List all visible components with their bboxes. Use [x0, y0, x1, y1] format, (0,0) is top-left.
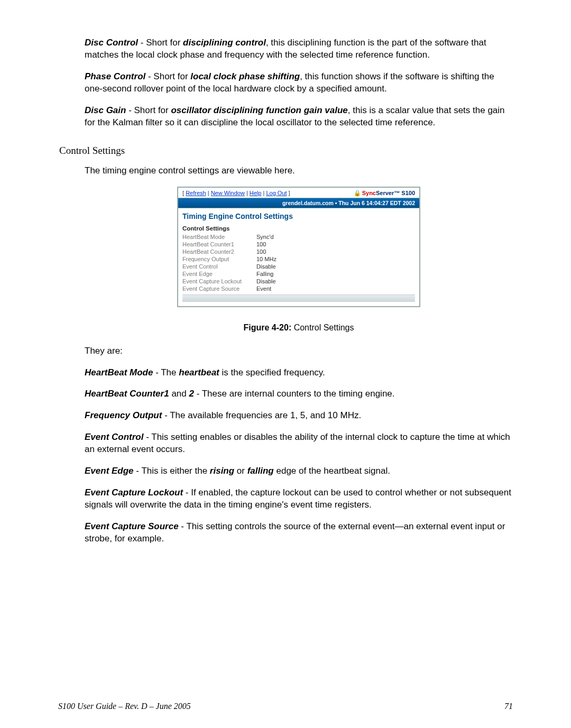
- term-disc-control: Disc Control: [85, 38, 138, 48]
- term-frequency-output: Frequency Output: [85, 410, 162, 420]
- link-logout[interactable]: Log Out: [266, 190, 287, 196]
- figure-text: Control Settings: [291, 323, 354, 332]
- term-heartbeat-counter2: 2: [189, 389, 194, 399]
- table-row: HeartBeat ModeSync'd: [182, 233, 415, 241]
- row-label: Event Control: [182, 263, 256, 270]
- table-row: Event Capture SourceEvent: [182, 285, 415, 292]
- term-heartbeat-counter1: HeartBeat Counter1: [85, 389, 169, 399]
- sep: |: [245, 190, 250, 196]
- text: is the specified frequency.: [219, 367, 325, 377]
- link-new-window[interactable]: New Window: [211, 190, 245, 196]
- text: and: [169, 389, 189, 399]
- footer-left: S100 User Guide – Rev. D – June 2005: [58, 702, 191, 711]
- term-event-control: Event Control: [85, 432, 143, 442]
- term-heartbeat-mode: HeartBeat Mode: [85, 367, 153, 377]
- row-label: HeartBeat Counter1: [182, 241, 256, 247]
- text: - This is either the: [134, 466, 210, 476]
- row-label: Event Capture Source: [182, 285, 256, 292]
- panel-footer-bar: [182, 294, 415, 302]
- row-label: Frequency Output: [182, 256, 256, 262]
- text: or: [234, 466, 247, 476]
- text: - Short for: [126, 105, 171, 115]
- para-heartbeat-counter: HeartBeat Counter1 and 2 - These are int…: [85, 388, 513, 400]
- footer-page-number: 71: [504, 702, 513, 711]
- brand-tm: ™ S100: [394, 190, 415, 196]
- term-local-clock-phase-shifting: local clock phase shifting: [190, 71, 300, 81]
- figure-screenshot-wrap: [ Refresh | New Window | Help | Log Out …: [85, 187, 513, 307]
- text: - Short for: [138, 38, 183, 48]
- para-event-edge: Event Edge - This is either the rising o…: [85, 465, 513, 477]
- text: - This setting enables or disables the a…: [85, 432, 510, 454]
- term-event-capture-lockout: Event Capture Lockout: [85, 487, 183, 497]
- para-event-capture-lockout: Event Capture Lockout - If enabled, the …: [85, 487, 513, 511]
- figure-caption: Figure 4-20: Control Settings: [85, 323, 513, 333]
- para-they-are: They are:: [85, 345, 513, 357]
- row-value: Event: [256, 285, 271, 292]
- panel-body: Control Settings HeartBeat ModeSync'd He…: [178, 222, 419, 306]
- para-disc-gain: Disc Gain - Short for oscillator discipl…: [85, 105, 513, 129]
- panel-subhead: Control Settings: [182, 223, 415, 233]
- brand-server: Server: [376, 190, 394, 196]
- row-value: 10 MHz: [256, 256, 277, 262]
- screenshot-panel: [ Refresh | New Window | Help | Log Out …: [177, 187, 420, 307]
- row-value: 100: [256, 241, 266, 247]
- para-frequency-output: Frequency Output - The available frequen…: [85, 410, 513, 422]
- table-row: Event EdgeFalling: [182, 270, 415, 278]
- para-disc-control: Disc Control - Short for disciplining co…: [85, 37, 513, 61]
- para-event-capture-source: Event Capture Source - This setting cont…: [85, 521, 513, 545]
- para-phase-control: Phase Control - Short for local clock ph…: [85, 71, 513, 95]
- row-label: Event Capture Lockout: [182, 278, 256, 284]
- status-bar: grendel.datum.com • Thu Jun 6 14:04:27 E…: [178, 198, 419, 208]
- panel-title: Timing Engine Control Settings: [178, 208, 419, 222]
- bracket-close: ]: [287, 190, 290, 196]
- link-help[interactable]: Help: [250, 190, 262, 196]
- section-heading-control-settings: Control Settings: [59, 145, 513, 156]
- breadcrumb: [ Refresh | New Window | Help | Log Out …: [182, 190, 290, 196]
- brand-label: 🔒SyncServer™ S100: [354, 190, 415, 197]
- term-event-edge: Event Edge: [85, 466, 134, 476]
- row-value: Disable: [256, 263, 276, 270]
- para-heartbeat-mode: HeartBeat Mode - The heartbeat is the sp…: [85, 367, 513, 379]
- table-row: Event Capture LockoutDisable: [182, 278, 415, 285]
- page-footer: S100 User Guide – Rev. D – June 2005 71: [58, 702, 513, 711]
- text: - These are internal counters to the tim…: [194, 389, 395, 399]
- table-row: HeartBeat Counter2100: [182, 248, 415, 255]
- figure-label: Figure 4-20:: [244, 323, 292, 332]
- row-label: HeartBeat Mode: [182, 234, 256, 240]
- screenshot-topbar: [ Refresh | New Window | Help | Log Out …: [178, 188, 419, 198]
- para-event-control: Event Control - This setting enables or …: [85, 431, 513, 456]
- text: - The: [153, 367, 179, 377]
- term-oscillator-gain: oscillator disciplining function gain va…: [171, 105, 347, 115]
- row-label: HeartBeat Counter2: [182, 248, 256, 255]
- term-falling: falling: [247, 466, 274, 476]
- brand-sync: Sync: [362, 190, 376, 196]
- term-disciplining-control: disciplining control: [183, 38, 266, 48]
- text: edge of the heartbeat signal.: [274, 466, 390, 476]
- term-event-capture-source: Event Capture Source: [85, 521, 179, 531]
- text: - The available frequencies are 1, 5, an…: [162, 410, 361, 420]
- term-phase-control: Phase Control: [85, 71, 145, 81]
- term-rising: rising: [210, 466, 234, 476]
- row-value: 100: [256, 248, 266, 255]
- text: - Short for: [145, 71, 190, 81]
- sep: |: [206, 190, 211, 196]
- term-heartbeat: heartbeat: [179, 367, 219, 377]
- table-row: Frequency Output10 MHz: [182, 255, 415, 263]
- lock-icon: 🔒: [354, 190, 361, 196]
- table-row: HeartBeat Counter1100: [182, 241, 415, 248]
- term-disc-gain: Disc Gain: [85, 105, 126, 115]
- table-row: Event ControlDisable: [182, 263, 415, 270]
- row-value: Sync'd: [256, 234, 274, 240]
- row-value: Falling: [256, 271, 273, 277]
- row-value: Disable: [256, 278, 276, 284]
- para-intro: The timing engine control settings are v…: [85, 165, 513, 177]
- row-label: Event Edge: [182, 271, 256, 277]
- link-refresh[interactable]: Refresh: [186, 190, 206, 196]
